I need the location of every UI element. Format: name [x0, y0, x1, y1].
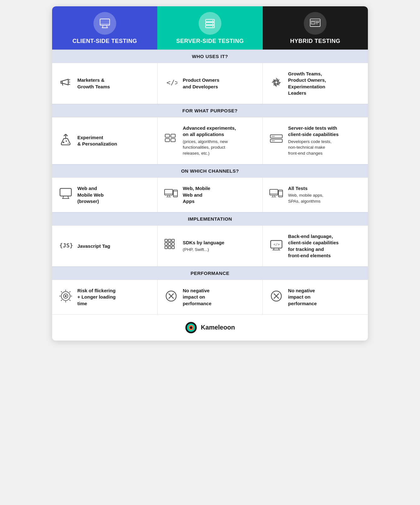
footer: Kameleoon	[52, 314, 368, 341]
channels-hybrid-normal: Web, mobile apps,SPAs, algorithms	[288, 193, 362, 205]
perf-hybrid-bold: No negativeimpact onperformance	[288, 288, 362, 307]
svg-line-1	[102, 25, 103, 28]
text-who-client: Marketers &Growth Teams	[77, 77, 151, 90]
svg-rect-61	[165, 239, 167, 242]
svg-rect-65	[168, 243, 171, 245]
desktop-icon	[58, 187, 73, 203]
cell-channels-server: Web, MobileWeb andApps	[158, 178, 263, 212]
text-perf-client: Risk of flickering+ Longer loadingtime	[77, 288, 151, 307]
svg-rect-40	[60, 188, 71, 196]
svg-line-85	[61, 300, 62, 301]
svg-text:</>: </>	[166, 79, 177, 86]
server-title: SERVER-SIDE TESTING	[176, 38, 244, 45]
cell-impl-hybrid: </> Back-end language,client-side capabi…	[263, 226, 368, 266]
who-server-bold: Product Ownersand Developers	[183, 77, 256, 90]
experiment-icon	[58, 133, 73, 149]
text-channels-server: Web, MobileWeb andApps	[183, 185, 256, 205]
svg-rect-63	[172, 239, 174, 242]
header-server: SERVER-SIDE TESTING	[157, 6, 262, 50]
svg-point-77	[65, 295, 67, 297]
impl-client-bold: Javascript Tag	[77, 243, 151, 249]
megaphone-icon	[58, 76, 73, 91]
svg-rect-32	[165, 134, 170, 137]
channels-server-bold: Web, MobileWeb andApps	[183, 185, 256, 205]
section-performance: PERFORMANCE	[52, 266, 368, 280]
purpose-client-bold: Experiment& Personalization	[77, 134, 151, 147]
sdk-icon	[164, 239, 178, 253]
impl-server-normal: (PHP, Swift...)	[183, 247, 256, 253]
svg-rect-17	[61, 81, 62, 83]
cell-impl-server: SDKs by language (PHP, Swift...)	[158, 226, 263, 266]
header-hybrid: </> HYBRID TESTING	[263, 6, 368, 50]
cell-perf-client: Risk of flickering+ Longer loadingtime	[52, 280, 158, 314]
svg-rect-68	[168, 246, 171, 249]
svg-line-84	[69, 291, 70, 292]
hybrid-icon-wrapper: </>	[304, 12, 327, 35]
text-purpose-client: Experiment& Personalization	[77, 134, 151, 147]
section-channels: ON WHICH CHANNELS?	[52, 164, 368, 177]
text-channels-client: Web andMobile Web(browser)	[77, 185, 151, 205]
text-impl-client: Javascript Tag	[77, 243, 151, 249]
multiscreen-icon	[164, 134, 178, 148]
who-hybrid-bold: Growth Teams,Product Owners,Experimentat…	[288, 71, 362, 96]
server-icon-wrapper	[199, 12, 221, 35]
row-implementation: {JS} Javascript Tag	[52, 225, 368, 266]
cell-purpose-hybrid: Server-side tests withclient-side capabi…	[263, 117, 368, 164]
svg-rect-0	[100, 19, 109, 25]
purpose-hybrid-bold: Server-side tests withclient-side capabi…	[288, 125, 362, 138]
svg-point-8	[212, 20, 213, 21]
purpose-server-bold: Advanced experiments,on all applications	[183, 125, 256, 138]
text-who-server: Product Ownersand Developers	[183, 77, 256, 90]
svg-line-2	[106, 25, 107, 28]
impl-hybrid-bold: Back-end language,client-side capabiliti…	[288, 233, 362, 259]
svg-line-20	[69, 80, 70, 80]
flicker-icon	[58, 289, 73, 305]
section-who: WHO USES IT?	[52, 50, 368, 63]
cell-channels-hybrid: All Tests Web, mobile apps,SPAs, algorit…	[263, 178, 368, 212]
section-implementation: IMPLEMENTATION	[52, 212, 368, 225]
client-title: CLIENT-SIDE TESTING	[72, 38, 137, 45]
svg-rect-33	[171, 134, 175, 137]
comparison-table: CLIENT-SIDE TESTING SERVER-SIDE TESTING	[52, 6, 368, 341]
svg-point-30	[66, 140, 67, 142]
svg-rect-64	[165, 243, 167, 245]
purpose-hybrid-normal: Developers code tests,non-technical make…	[288, 139, 362, 157]
text-perf-server: No negativeimpact onperformance	[183, 288, 256, 307]
svg-rect-35	[171, 139, 175, 142]
section-purpose: FOR WHAT PURPOSE?	[52, 104, 368, 117]
footer-brand-text: Kameleoon	[201, 324, 235, 331]
row-channels: Web andMobile Web(browser) Web, MobileWe…	[52, 177, 368, 212]
server-stack-icon	[204, 17, 216, 29]
header-client: CLIENT-SIDE TESTING	[52, 6, 157, 50]
svg-line-83	[69, 300, 70, 301]
monitor-icon	[99, 17, 111, 29]
svg-point-95	[190, 326, 192, 329]
js-tag-icon: {JS}	[58, 240, 73, 252]
svg-rect-62	[168, 239, 171, 242]
channels-hybrid-bold: All Tests	[288, 185, 362, 192]
text-perf-hybrid: No negativeimpact onperformance	[288, 288, 362, 307]
cell-purpose-server: Advanced experiments,on all applications…	[158, 117, 263, 164]
svg-text:</>: </>	[273, 242, 280, 247]
cell-channels-client: Web andMobile Web(browser)	[52, 178, 158, 212]
perf-client-bold: Risk of flickering+ Longer loadingtime	[77, 288, 151, 307]
svg-rect-15	[316, 23, 318, 24]
svg-rect-14	[316, 22, 319, 23]
svg-rect-34	[165, 139, 170, 142]
perf-server-bold: No negativeimpact onperformance	[183, 288, 256, 307]
cell-perf-server: No negativeimpact onperformance	[158, 280, 263, 314]
cell-who-server: </> Product Ownersand Developers	[158, 63, 263, 104]
channels-client-bold: Web andMobile Web(browser)	[77, 185, 151, 205]
cell-impl-client: {JS} Javascript Tag	[52, 226, 158, 266]
text-impl-hybrid: Back-end language,client-side capabiliti…	[288, 233, 362, 259]
row-who: Marketers &Growth Teams </> Product Owne…	[52, 63, 368, 104]
svg-rect-52	[270, 189, 278, 195]
svg-point-29	[63, 141, 64, 143]
code-tag-icon: </>	[164, 76, 178, 91]
cell-perf-hybrid: No negativeimpact onperformance	[263, 280, 368, 314]
no-impact-hybrid-icon	[269, 289, 284, 305]
svg-point-24	[275, 81, 278, 84]
purpose-server-normal: (prices, algorithms, newfunctionalities,…	[183, 139, 256, 157]
svg-point-9	[212, 23, 213, 24]
server-list-icon	[269, 134, 284, 148]
